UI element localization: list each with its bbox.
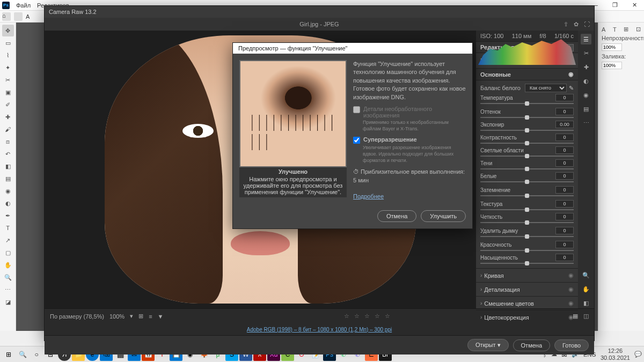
slider-track[interactable] <box>480 168 574 169</box>
slider-value[interactable] <box>555 121 574 128</box>
home-icon[interactable]: ⌂ <box>2 12 11 21</box>
slider-track[interactable] <box>480 130 574 131</box>
slider-track[interactable] <box>480 143 574 144</box>
image-metadata-link[interactable]: Adobe RGB (1998) – 8 бит – 1080 x 1080 (… <box>45 323 594 335</box>
blur-tool-icon[interactable]: ◉ <box>2 185 14 197</box>
wand-tool-icon[interactable]: ✦ <box>2 62 14 73</box>
slider-track[interactable] <box>480 263 574 264</box>
more-tools-icon[interactable]: ⋯ <box>2 284 14 295</box>
crop-icon[interactable]: ✂ <box>581 48 591 58</box>
rating-stars[interactable]: ☆ ☆ ☆ ☆ ☆ <box>344 313 392 320</box>
slider-track[interactable] <box>480 156 574 157</box>
marquee-tool-icon[interactable]: ▭ <box>2 37 14 49</box>
path-tool-icon[interactable]: ↗ <box>2 234 14 246</box>
dialog-enhance-button[interactable]: Улучшить <box>421 210 466 222</box>
slider-value[interactable] <box>555 254 574 261</box>
cancel-button[interactable]: Отмена <box>513 339 550 351</box>
fullscreen-icon[interactable]: ⛶ <box>584 21 590 28</box>
zoom-fit[interactable]: По размеру (78,5%) <box>50 313 104 320</box>
brush-tool-icon[interactable]: 🖌 <box>2 123 14 135</box>
slider-value[interactable] <box>555 186 574 194</box>
close-button[interactable]: ✕ <box>625 0 644 11</box>
slider-track[interactable] <box>480 236 574 237</box>
photoshop-panels: AT⊞⊡ Непрозрачность: Заливка: <box>598 23 644 331</box>
enhance-preview[interactable] <box>239 60 347 167</box>
slider-track[interactable] <box>480 195 574 196</box>
toggle-icon[interactable]: ◧ <box>581 298 591 308</box>
camera-raw-titlebar: Camera Raw 13.2 <box>45 6 594 18</box>
slider-value[interactable] <box>555 200 574 208</box>
gradient-tool-icon[interactable]: ▤ <box>2 173 14 184</box>
lasso-tool-icon[interactable]: ⌇ <box>2 49 14 61</box>
slider-value[interactable] <box>555 213 574 220</box>
frame-tool-icon[interactable]: ▣ <box>2 86 14 98</box>
history-brush-icon[interactable]: ↶ <box>2 148 14 160</box>
eyedropper-tool-icon[interactable]: ✐ <box>2 99 14 110</box>
dodge-tool-icon[interactable]: ◐ <box>2 197 14 209</box>
slider-track[interactable] <box>480 181 574 182</box>
mask-icon[interactable]: ◐ <box>581 76 591 86</box>
slider-value[interactable] <box>555 227 574 234</box>
redeye-icon[interactable]: ◉ <box>581 90 591 100</box>
zoom-tool-icon[interactable]: 🔍 <box>2 271 14 283</box>
shape-tool-icon[interactable]: ▢ <box>2 247 14 258</box>
slider-value[interactable] <box>555 241 574 248</box>
dialog-cancel-button[interactable]: Отмена <box>377 210 416 222</box>
export-icon[interactable]: ⇪ <box>564 21 568 28</box>
super-resolution-checkbox[interactable] <box>353 137 360 144</box>
zoom-icon[interactable]: 🔍 <box>581 270 591 280</box>
wb-select[interactable]: Как снято <box>525 84 567 92</box>
more-icon[interactable]: ⋯ <box>581 117 591 128</box>
accordion-Кривая[interactable]: Кривая◉ <box>476 268 578 282</box>
color-swatch-icon[interactable]: ◪ <box>2 296 14 308</box>
fill-input[interactable] <box>602 62 622 69</box>
hand-tool-icon[interactable]: ✋ <box>2 259 14 271</box>
crop-tool-icon[interactable]: ✂ <box>2 74 14 86</box>
start-icon[interactable]: ⊞ <box>2 348 15 361</box>
type-tool-icon[interactable]: T <box>2 222 14 234</box>
slider-label: Насыщенность <box>480 255 552 261</box>
grid-icon[interactable]: ▦ <box>573 313 578 320</box>
accordion-Цветокоррекция[interactable]: Цветокоррекция◉ <box>476 310 578 324</box>
open-button[interactable]: Открыт ▾ <box>467 339 509 351</box>
slider-label: Удалить дымку <box>480 228 552 234</box>
slider-track[interactable] <box>480 103 574 104</box>
search-icon[interactable]: 🔍 <box>16 348 29 361</box>
enhance-dialog: Предпросмотр — функция "Улучшение" Улучш… <box>232 42 473 229</box>
slider-label: Красочность <box>480 242 552 248</box>
raw-details-label: Детали необработанного изображения <box>363 106 466 119</box>
slider-value[interactable] <box>555 108 574 115</box>
slider-value[interactable] <box>555 94 574 101</box>
slider-value[interactable] <box>555 146 574 154</box>
slider-track[interactable] <box>480 117 574 118</box>
move-tool-icon[interactable]: ✥ <box>2 25 14 36</box>
slider-label: Четкость <box>480 214 552 220</box>
slider-track[interactable] <box>480 209 574 210</box>
heal-icon[interactable]: ✚ <box>581 62 591 72</box>
hand-icon[interactable]: ✋ <box>581 284 591 294</box>
accordion-Смешение цветов[interactable]: Смешение цветов◉ <box>476 296 578 310</box>
eraser-tool-icon[interactable]: ◧ <box>2 160 14 172</box>
settings-icon[interactable]: ✿ <box>574 21 579 28</box>
menu-file[interactable]: Файл <box>13 2 34 9</box>
more-link[interactable]: Подробнее <box>353 193 384 200</box>
slider-value[interactable] <box>555 172 574 180</box>
slider-value[interactable] <box>555 159 574 167</box>
stamp-tool-icon[interactable]: ⧈ <box>2 136 14 147</box>
maximize-button[interactable]: ❐ <box>605 0 625 11</box>
cortana-icon[interactable]: ○ <box>30 348 43 361</box>
slider-value[interactable] <box>555 134 574 141</box>
pen-tool-icon[interactable]: ✒ <box>2 210 14 221</box>
preset-icon[interactable]: ▤ <box>581 104 591 114</box>
compare-icon[interactable]: ◫ <box>583 313 589 320</box>
notifications-icon[interactable]: 💬 <box>634 351 642 358</box>
zoom-100[interactable]: 100% <box>109 313 125 320</box>
opacity-input[interactable] <box>602 43 622 51</box>
slider-track[interactable] <box>480 250 574 251</box>
accordion-Детализация[interactable]: Детализация◉ <box>476 282 578 296</box>
done-button[interactable]: Готово <box>554 339 589 351</box>
slider-track[interactable] <box>480 222 574 223</box>
heal-tool-icon[interactable]: ✚ <box>2 111 14 123</box>
edit-icon[interactable]: ☰ <box>581 34 591 45</box>
tool-preset-icon[interactable] <box>14 12 23 21</box>
